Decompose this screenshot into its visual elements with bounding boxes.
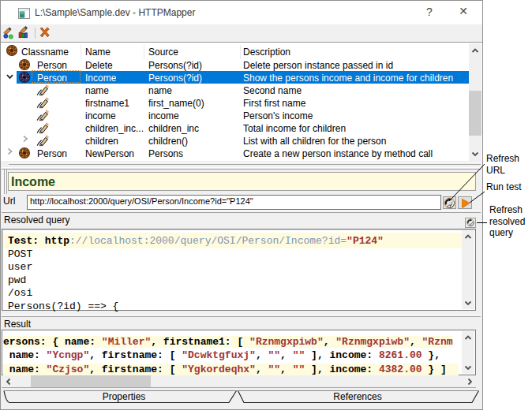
svg-text:Properties: Properties: [103, 391, 146, 402]
svg-text:References: References: [333, 391, 381, 402]
